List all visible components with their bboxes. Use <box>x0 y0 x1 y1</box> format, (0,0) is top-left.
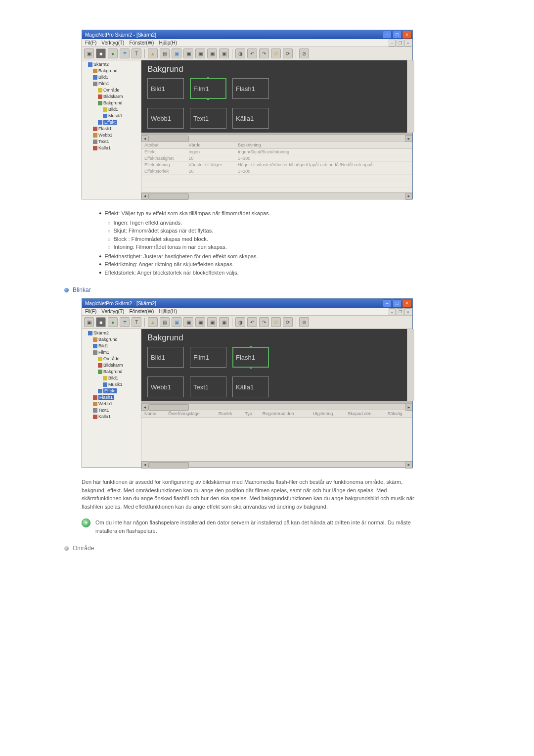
menu-tools[interactable]: Verktyg(T) <box>101 40 124 46</box>
stage-box[interactable]: Källa1 <box>232 377 269 397</box>
horizontal-scrollbar[interactable]: ◄ ► <box>141 403 412 410</box>
tree-item[interactable]: Webb1 <box>93 132 140 139</box>
menu-help[interactable]: Hjälp(H) <box>159 40 177 46</box>
toolbar-icon[interactable]: ◑ <box>235 48 245 58</box>
scroll-thumb[interactable] <box>148 462 189 469</box>
menu-window[interactable]: Fönster(W) <box>129 309 154 314</box>
toolbar-icon[interactable]: ↷ <box>259 48 269 58</box>
props-col-header[interactable]: Överföringsläge <box>165 410 215 418</box>
scroll-thumb[interactable] <box>148 404 189 411</box>
doc-min-icon[interactable]: – <box>389 308 396 315</box>
toolbar-icon[interactable]: ▲ <box>148 48 158 58</box>
props-col-header[interactable]: Attribut <box>141 142 185 149</box>
props-col-header[interactable]: Namn <box>141 410 165 418</box>
scroll-left-icon[interactable]: ◄ <box>141 193 148 200</box>
stage-box[interactable]: Källa1 <box>232 108 269 129</box>
toolbar-icon[interactable]: ☂ <box>120 317 130 327</box>
scroll-left-icon[interactable]: ◄ <box>141 404 148 411</box>
toolbar-icon[interactable]: ↺ <box>271 48 281 58</box>
tree-item[interactable]: Område <box>98 356 140 362</box>
stage-box[interactable]: Webb1 <box>147 108 184 129</box>
scroll-left-icon[interactable]: ◄ <box>141 462 148 469</box>
maximize-button[interactable]: □ <box>393 299 401 307</box>
toolbar-icon[interactable]: ▣ <box>84 317 94 327</box>
tree-item[interactable]: Text1 <box>93 139 140 145</box>
scroll-thumb[interactable] <box>148 136 189 142</box>
tree-item[interactable]: Film1OmrådeBildskärmBakgrundBild1Musik1E… <box>93 81 140 126</box>
scroll-left-icon[interactable]: ◄ <box>141 135 148 142</box>
tree-item[interactable]: Musik1 <box>103 381 140 388</box>
toolbar-icon[interactable]: ● <box>108 48 118 58</box>
stage-box[interactable]: Film1 <box>190 78 226 99</box>
toolbar-icon[interactable]: ■ <box>96 48 106 58</box>
tree-item[interactable]: Bakgrund <box>93 68 140 74</box>
props-row[interactable]: EffektIngenIngen/Skjut/Block/Intoning <box>141 149 412 155</box>
toolbar-icon[interactable]: ▣ <box>195 48 205 58</box>
toolbar-icon[interactable]: ▲ <box>148 317 158 327</box>
menu-help[interactable]: Hjälp(H) <box>159 309 177 314</box>
stage-box[interactable]: Film1 <box>190 347 226 368</box>
props-col-header[interactable]: Beskrivning <box>235 142 412 149</box>
toolbar-icon[interactable]: ↶ <box>247 48 257 58</box>
tree-item[interactable]: Flash1 <box>93 126 140 132</box>
props-col-header[interactable]: Värde <box>185 142 235 149</box>
props-col-header[interactable]: Utgiltering <box>310 410 345 418</box>
toolbar-icon[interactable]: ◑ <box>235 317 245 327</box>
tree-root[interactable]: Skärm2 BakgrundBild1Film1OmrådeBildskärm… <box>88 330 140 420</box>
props-col-header[interactable]: Skapad den <box>345 410 385 418</box>
toolbar-icon[interactable]: ▣ <box>84 48 94 58</box>
toolbar-icon[interactable]: T <box>132 48 141 58</box>
toolbar-icon[interactable]: ▣ <box>183 317 193 327</box>
stage-box[interactable]: Flash1 <box>232 78 269 99</box>
tree-item[interactable]: Bildskärm <box>98 94 140 100</box>
tree-item[interactable]: BakgrundBild1Musik1 <box>98 100 140 119</box>
tree-item[interactable]: Källa1 <box>93 145 140 151</box>
toolbar-icon[interactable]: ▣ <box>172 317 181 327</box>
toolbar-icon[interactable]: ↺ <box>271 317 281 327</box>
tree-item[interactable]: Källa1 <box>93 414 140 420</box>
tree-item[interactable]: Effekt <box>98 388 140 394</box>
tree-root[interactable]: Skärm2 BakgrundBild1Film1OmrådeBildskärm… <box>88 61 140 151</box>
vertical-scrollbar[interactable] <box>407 329 414 401</box>
menu-tools[interactable]: Verktyg(T) <box>101 309 124 314</box>
props-row[interactable]: Effekthastighet101~100 <box>141 155 412 162</box>
toolbar-icon[interactable]: ▤ <box>160 317 170 327</box>
tree-item[interactable]: Bild1 <box>103 375 140 381</box>
toolbar-icon[interactable]: ⟳ <box>283 317 293 327</box>
tree-item[interactable]: Text1 <box>93 407 140 414</box>
tree-item[interactable]: Musik1 <box>103 113 140 119</box>
stage-box[interactable]: Text1 <box>190 108 226 129</box>
toolbar-icon[interactable]: ▣ <box>219 48 229 58</box>
toolbar-icon[interactable]: ▣ <box>207 48 217 58</box>
props-col-header[interactable]: Sökväg <box>385 410 412 418</box>
tree-item[interactable]: Bild1 <box>93 343 140 349</box>
tree-item[interactable]: Bildskärm <box>98 362 140 369</box>
stage-box[interactable]: Bild1 <box>147 78 184 99</box>
doc-restore-icon[interactable]: ❐ <box>397 40 403 47</box>
minimize-button[interactable]: – <box>383 31 392 39</box>
props-col-header[interactable]: Typ <box>242 410 260 418</box>
minimize-button[interactable]: – <box>383 299 392 307</box>
toolbar-icon[interactable]: ■ <box>96 317 106 327</box>
props-row[interactable]: Effektstorlek101~100 <box>141 168 412 175</box>
tree-item[interactable]: Område <box>98 87 140 94</box>
doc-restore-icon[interactable]: ❐ <box>397 308 403 315</box>
toolbar-icon[interactable]: ▣ <box>183 48 193 58</box>
tree-item[interactable]: Bild1 <box>103 106 140 113</box>
maximize-button[interactable]: □ <box>393 31 401 39</box>
toolbar-icon[interactable]: ▣ <box>172 48 181 58</box>
props-horizontal-scrollbar[interactable]: ◄ ► <box>141 461 412 468</box>
tree-item[interactable]: Effekt <box>98 119 140 126</box>
toolbar-icon[interactable]: ▤ <box>160 48 170 58</box>
stage-box[interactable]: Flash1 <box>232 347 269 368</box>
doc-close-icon[interactable]: × <box>404 308 411 315</box>
scroll-right-icon[interactable]: ► <box>405 135 412 142</box>
scroll-right-icon[interactable]: ► <box>405 193 412 200</box>
menu-file[interactable]: Fil(F) <box>85 40 96 46</box>
tree-item[interactable]: Film1OmrådeBildskärmBakgrundBild1Musik1E… <box>93 349 140 394</box>
tree-item[interactable]: BakgrundBild1Musik1 <box>98 369 140 388</box>
close-button[interactable]: × <box>402 31 411 39</box>
toolbar-icon[interactable]: ↷ <box>259 317 269 327</box>
props-col-header[interactable]: Registrerad den <box>260 410 310 418</box>
tree-item[interactable]: Bild1 <box>93 74 140 81</box>
